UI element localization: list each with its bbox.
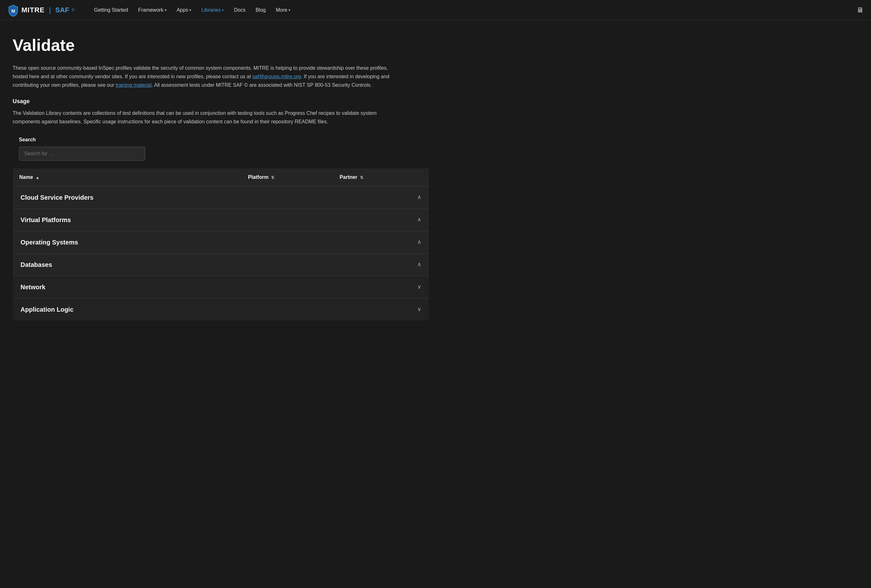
brand-saf: SAF [55,5,69,15]
col-partner-label: Partner [340,175,357,180]
main-nav: M MITRE | SAF© Getting Started Framework… [0,0,871,20]
search-input[interactable] [19,147,145,161]
category-label-cloud: Cloud Service Providers [21,193,93,202]
search-label: Search [19,136,429,143]
partner-sort-icon: ⇅ [360,175,363,180]
col-name[interactable]: Name ▲ [13,168,242,186]
table-body: Cloud Service Providers ∧ Virtual Platfo… [13,186,429,321]
nav-apps[interactable]: Apps ▾ [172,4,196,16]
nav-more[interactable]: More ▾ [271,4,295,16]
usage-text: The Validation Library contents are coll… [13,109,391,126]
brand: M MITRE | SAF© [7,4,75,16]
platform-sort-icon: ⇅ [271,175,274,180]
nav-libraries[interactable]: Libraries ▾ [197,4,228,16]
name-sort-icon: ▲ [36,175,39,180]
brand-mitre: MITRE [21,5,45,15]
nav-links: Getting Started Framework ▾ Apps ▾ Libra… [90,4,856,16]
more-chevron-icon: ▾ [289,7,290,13]
category-row-app[interactable]: Application Logic ∨ [13,298,429,321]
svg-text:M: M [11,9,15,13]
col-name-label: Name [19,175,33,180]
col-platform-label: Platform [248,175,269,180]
table-header: Name ▲ Platform ⇅ Partner ⇅ [13,168,429,186]
col-platform[interactable]: Platform ⇅ [242,168,333,186]
libraries-chevron-icon: ▾ [222,7,224,13]
os-chevron-icon: ∧ [417,238,421,246]
reg-symbol: © [244,82,248,88]
category-row-db[interactable]: Databases ∧ [13,253,429,276]
email-link[interactable]: saf@groups.mitre.org [253,74,301,79]
category-row-network[interactable]: Network ∨ [13,276,429,298]
brand-divider: | [49,5,51,15]
monitor-icon[interactable]: 🖥 [856,5,864,15]
nav-right: 🖥 [856,5,864,15]
framework-chevron-icon: ▾ [165,7,167,13]
search-section: Search [13,136,429,161]
cloud-chevron-icon: ∧ [417,193,421,201]
category-label-network: Network [21,282,45,292]
main-content: Validate These open source community-bas… [0,20,442,340]
validate-table: Name ▲ Platform ⇅ Partner ⇅ Cloud Servic… [13,168,429,321]
category-label-db: Databases [21,260,52,269]
brand-link[interactable]: M MITRE | SAF© [7,4,75,16]
category-label-os: Operating Systems [21,237,78,247]
category-row-cloud[interactable]: Cloud Service Providers ∧ [13,186,429,209]
nav-getting-started[interactable]: Getting Started [90,4,133,16]
training-link[interactable]: training material [115,82,151,88]
db-chevron-icon: ∧ [417,260,421,269]
usage-section: Usage The Validation Library contents ar… [13,97,429,126]
app-chevron-icon: ∨ [417,305,421,313]
apps-chevron-icon: ▾ [189,7,191,13]
usage-title: Usage [13,97,429,106]
category-label-app: Application Logic [21,305,73,314]
network-chevron-icon: ∨ [417,283,421,291]
nav-blog[interactable]: Blog [251,4,270,16]
virtual-chevron-icon: ∧ [417,215,421,224]
nav-docs[interactable]: Docs [229,4,250,16]
page-description: These open source community-based InSpec… [13,64,391,90]
page-title: Validate [13,33,429,57]
col-partner[interactable]: Partner ⇅ [333,168,429,186]
category-row-virtual[interactable]: Virtual Platforms ∧ [13,209,429,231]
brand-reg: © [72,7,75,13]
nav-framework[interactable]: Framework ▾ [134,4,171,16]
shield-icon: M [7,4,19,16]
category-label-virtual: Virtual Platforms [21,215,71,225]
category-row-os[interactable]: Operating Systems ∧ [13,231,429,253]
